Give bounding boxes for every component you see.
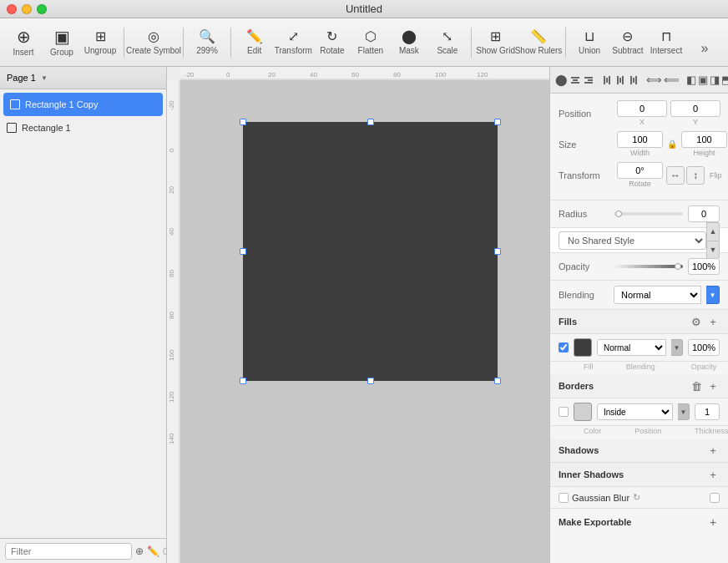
distribute-h-button[interactable]: ⟺ [646, 71, 662, 89]
fill-enabled-checkbox[interactable] [559, 342, 569, 353]
layer-item-rectangle-copy[interactable]: Rectangle 1 Copy [3, 93, 163, 116]
x-input[interactable] [617, 100, 667, 117]
canvas-align-h-button[interactable]: ▣ [698, 71, 708, 89]
close-button[interactable] [7, 4, 17, 14]
insert-button[interactable]: ⊕ Insert [5, 22, 42, 63]
scale-button[interactable]: ⤡ Scale [429, 22, 466, 63]
radius-slider[interactable] [614, 212, 683, 216]
maximize-button[interactable] [37, 4, 47, 14]
fill-opacity-input[interactable] [688, 339, 720, 356]
layer-item-rectangle[interactable]: Rectangle 1 [0, 116, 166, 139]
toolbar-sep-2 [183, 28, 184, 58]
width-input[interactable] [617, 131, 663, 148]
exportable-add-button[interactable]: + [706, 515, 720, 529]
blending-select[interactable]: Normal [614, 286, 701, 304]
fills-add-button[interactable]: + [706, 315, 720, 328]
flip-v-button[interactable]: ↕ [686, 166, 705, 185]
flatten-button[interactable]: ⬡ Flatten [352, 22, 389, 63]
ungroup-button[interactable]: ⊞ Ungroup [82, 22, 119, 63]
blending-label: Blending [559, 290, 609, 300]
handle-ml[interactable] [240, 248, 246, 255]
handle-tm[interactable] [367, 119, 374, 125]
canvas-align-top-button[interactable]: ⬒ [721, 71, 728, 89]
gaussian-blur-checkbox[interactable] [559, 493, 569, 503]
svg-rect-35 [635, 76, 637, 84]
flip-buttons: ↔ ↕ Flip [666, 162, 722, 188]
show-rulers-button[interactable]: 📏 Show Rulers [517, 22, 561, 63]
border-thickness-input[interactable] [695, 403, 720, 420]
union-button[interactable]: ⊔ Union [571, 22, 608, 63]
handle-tr[interactable] [494, 119, 501, 125]
lock-icon[interactable]: 🔒 [666, 131, 678, 157]
handle-br[interactable] [494, 378, 501, 384]
handle-mr[interactable] [494, 248, 501, 255]
more-button[interactable]: » [686, 22, 723, 63]
handle-bl[interactable] [240, 378, 246, 384]
add-page-button[interactable]: ⊕ [135, 544, 144, 559]
align-bottom-button[interactable] [628, 71, 640, 89]
borders-title: Borders [559, 381, 594, 391]
mask-button[interactable]: ⬤ Mask [391, 22, 427, 63]
distribute-v-button[interactable]: ⟸ [664, 71, 680, 89]
zoom-display: 🔍 299% [189, 22, 225, 63]
canvas-shape[interactable] [243, 122, 498, 381]
create-symbol-button[interactable]: ◎ Create Symbol [129, 22, 179, 63]
shadows-add-button[interactable]: + [706, 444, 720, 457]
align-center-v-button[interactable] [614, 71, 626, 89]
blending-arrow-button[interactable]: ▼ [706, 286, 720, 304]
flatten-icon: ⬡ [365, 30, 377, 43]
align-left-button[interactable]: ⬤ [555, 71, 568, 89]
gaussian-blur-right-checkbox[interactable] [710, 493, 720, 503]
radius-input[interactable] [688, 205, 720, 222]
handle-tl[interactable] [240, 119, 246, 125]
subtract-button[interactable]: ⊖ Subtract [609, 22, 646, 63]
fill-blend-select[interactable]: Normal [597, 339, 666, 356]
edit-button[interactable]: ✏️ Edit [236, 22, 273, 63]
shared-style-up-button[interactable]: ▲ [706, 222, 720, 241]
transform-button[interactable]: ⤢ Transform [275, 22, 312, 63]
opacity-input[interactable] [688, 258, 720, 275]
intersect-button[interactable]: ⊓ Intersect [648, 22, 685, 63]
align-center-h-button[interactable] [569, 71, 581, 89]
border-enabled-checkbox[interactable] [559, 407, 569, 417]
border-pos-arrow[interactable]: ▼ [678, 403, 690, 420]
gaussian-blur-left: Gaussian Blur ↻ [559, 492, 640, 503]
shared-style-row: No Shared Style ▲ ▼ [550, 228, 728, 253]
page-selector[interactable]: Page 1 ▼ [0, 67, 166, 89]
rotate-input[interactable] [617, 162, 663, 179]
layer-name-rectangle-copy: Rectangle 1 Copy [25, 99, 98, 109]
canvas[interactable] [180, 80, 549, 563]
svg-text:-20: -20 [185, 71, 195, 79]
border-sub-label-color: Color [584, 427, 602, 435]
group-button[interactable]: ▣ Group [43, 22, 80, 63]
canvas-align-right-button[interactable]: ◨ [710, 71, 720, 89]
position-label: Position [559, 109, 617, 119]
align-right-button[interactable] [583, 71, 594, 89]
rotate-icon: ↻ [326, 30, 337, 43]
y-label: Y [670, 118, 720, 126]
edit-layer-button[interactable]: ✏️ [147, 544, 159, 559]
filter-input[interactable] [5, 543, 132, 560]
borders-delete-button[interactable]: 🗑 [690, 379, 703, 393]
height-input[interactable] [681, 131, 727, 148]
borders-add-button[interactable]: + [706, 379, 720, 393]
handle-bm[interactable] [367, 378, 374, 384]
border-position-select[interactable]: Inside Center Outside [597, 403, 673, 420]
opacity-slider[interactable] [614, 265, 683, 268]
border-color-swatch[interactable] [574, 403, 592, 421]
minimize-button[interactable] [22, 4, 32, 14]
y-input[interactable] [670, 100, 720, 117]
rotate-button[interactable]: ↻ Rotate [314, 22, 351, 63]
intersect-icon: ⊓ [661, 30, 671, 43]
shared-style-select[interactable]: No Shared Style [559, 231, 706, 250]
fills-settings-button[interactable]: ⚙ [690, 315, 703, 328]
show-grid-button[interactable]: ⊞ Show Grid [477, 22, 515, 63]
gaussian-blur-refresh-icon[interactable]: ↻ [633, 492, 640, 503]
fill-blend-arrow[interactable]: ▼ [671, 339, 683, 356]
inner-shadows-add-button[interactable]: + [706, 468, 720, 481]
fill-color-swatch[interactable] [574, 338, 592, 357]
flip-h-button[interactable]: ↔ [666, 166, 685, 185]
align-top-icon [601, 74, 613, 86]
align-top-button[interactable] [601, 71, 613, 89]
canvas-align-left-button[interactable]: ◧ [686, 71, 696, 89]
